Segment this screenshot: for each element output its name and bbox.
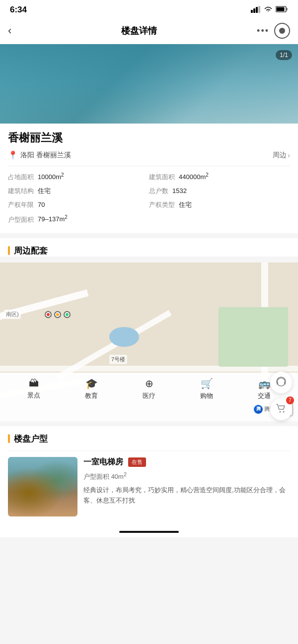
floorplan-title: 楼盘户型 bbox=[8, 433, 290, 445]
battery-icon bbox=[276, 5, 288, 14]
scenery-icon: 🏔 bbox=[29, 378, 39, 389]
medical-icon: ⊕ bbox=[145, 378, 153, 389]
detail-value: 79–137m2 bbox=[38, 214, 68, 223]
marker-dot bbox=[45, 311, 52, 318]
medical-label: 医疗 bbox=[143, 391, 155, 400]
map-btn-medical[interactable]: ⊕ 医疗 bbox=[143, 378, 155, 400]
map-container[interactable]: 7号楼 南区) 🏔 景点 🎓 教育 bbox=[0, 262, 298, 421]
detail-item: 产权年限 70 bbox=[8, 200, 149, 209]
floorplan-title-row: 一室电梯房 在售 bbox=[83, 457, 290, 467]
surrounding-section: 周边配套 bbox=[0, 238, 298, 257]
detail-item: 总户数 1532 bbox=[149, 187, 290, 195]
hero-badge: 1/1 bbox=[276, 50, 292, 60]
detail-item: 建筑面积 440000m2 bbox=[149, 172, 290, 182]
detail-value: 440000m2 bbox=[179, 172, 209, 181]
property-location: 📍 洛阳 香榭丽兰溪 周边 › bbox=[8, 150, 290, 166]
property-info: 香榭丽兰溪 📍 洛阳 香榭丽兰溪 周边 › 占地面积 10000m2 建筑面积 … bbox=[0, 124, 298, 233]
floorplan-area-label: 户型面积 bbox=[83, 473, 109, 480]
map-btn-scenery[interactable]: 🏔 景点 bbox=[27, 378, 40, 400]
map-btn-shopping[interactable]: 🛒 购物 bbox=[200, 378, 213, 400]
header-actions: ••• bbox=[250, 23, 290, 39]
signal-icon bbox=[251, 6, 261, 14]
more-button[interactable]: ••• bbox=[257, 26, 269, 36]
status-time: 6:34 bbox=[10, 5, 27, 15]
detail-label: 建筑面积 bbox=[149, 173, 175, 182]
svg-rect-0 bbox=[251, 10, 253, 13]
detail-label: 占地面积 bbox=[8, 173, 34, 182]
map-buttons: 🏔 景点 🎓 教育 ⊕ 医疗 🛒 购物 🚌 交通 bbox=[0, 378, 298, 400]
floorplan-area: 户型面积 40m2 bbox=[83, 471, 290, 481]
status-icons bbox=[251, 5, 288, 14]
detail-item: 户型面积 79–137m2 bbox=[8, 214, 290, 224]
svg-rect-3 bbox=[258, 6, 260, 13]
detail-label: 户型面积 bbox=[8, 215, 34, 224]
detail-item: 占地面积 10000m2 bbox=[8, 172, 149, 182]
surrounding-link[interactable]: 周边 › bbox=[273, 151, 290, 160]
area-label-left: 南区) bbox=[4, 310, 21, 319]
headset-button[interactable] bbox=[270, 372, 292, 393]
detail-label: 总户数 bbox=[149, 187, 168, 195]
tencent-icon: 腾 bbox=[254, 405, 263, 414]
location-left: 📍 洛阳 香榭丽兰溪 bbox=[8, 150, 71, 160]
detail-value: 10000m2 bbox=[38, 172, 64, 181]
surrounding-section-label: 周边配套 bbox=[14, 245, 48, 257]
svg-rect-8 bbox=[277, 382, 278, 385]
back-button[interactable]: ‹ bbox=[8, 24, 28, 37]
floorplan-image-inner bbox=[8, 457, 77, 516]
map-bottom-bar: 腾 腾讯 bbox=[0, 400, 298, 418]
floorplan-image bbox=[8, 457, 77, 516]
scenery-label: 景点 bbox=[27, 391, 40, 400]
marker-dot-2 bbox=[54, 311, 61, 318]
float-buttons: 7 bbox=[270, 372, 292, 421]
bottom-indicator bbox=[119, 531, 179, 533]
property-details: 占地面积 10000m2 建筑面积 440000m2 建筑结构 住宅 总户数 1… bbox=[8, 166, 290, 228]
transit-icon: 🚌 bbox=[258, 378, 271, 389]
location-text: 洛阳 香榭丽兰溪 bbox=[20, 151, 71, 160]
wifi-icon bbox=[264, 5, 273, 14]
property-name: 香榭丽兰溪 bbox=[8, 130, 290, 145]
section-bar-icon-2 bbox=[8, 434, 10, 443]
cart-button[interactable]: 7 bbox=[270, 398, 292, 420]
detail-value: 住宅 bbox=[179, 200, 192, 209]
location-pin-icon: 📍 bbox=[8, 150, 18, 160]
svg-rect-1 bbox=[253, 8, 255, 13]
transit-label: 交通 bbox=[258, 391, 271, 400]
svg-point-10 bbox=[280, 411, 281, 412]
surrounding-title: 周边配套 bbox=[8, 245, 290, 257]
building-label: 7号楼 bbox=[109, 355, 127, 364]
map-btn-education[interactable]: 🎓 教育 bbox=[85, 378, 98, 400]
header: ‹ 楼盘详情 ••• bbox=[0, 18, 298, 44]
floorplan-room-type: 一室电梯房 bbox=[83, 457, 123, 467]
detail-label: 产权类型 bbox=[149, 200, 175, 209]
svg-rect-5 bbox=[287, 8, 288, 10]
marker-dot-3 bbox=[64, 311, 71, 318]
cart-icon bbox=[276, 403, 287, 416]
floorplan-section-label: 楼盘户型 bbox=[14, 433, 48, 445]
map-overlay: 🏔 景点 🎓 教育 ⊕ 医疗 🛒 购物 🚌 交通 bbox=[0, 373, 298, 421]
hero-image: 1/1 bbox=[0, 44, 298, 124]
floorplan-status-badge: 在售 bbox=[128, 457, 146, 467]
status-bar: 6:34 bbox=[0, 0, 298, 18]
surrounding-label: 周边 bbox=[273, 151, 287, 160]
detail-label: 产权年限 bbox=[8, 200, 34, 209]
record-button[interactable] bbox=[274, 23, 290, 39]
floorplan-desc: 经典设计，布局考究，巧妙实用，精心营造空间阔度,功能区分合理，会客、休息互不打扰 bbox=[83, 485, 290, 506]
property-marker bbox=[45, 311, 71, 318]
section-bar-icon bbox=[8, 246, 10, 255]
floorplan-section: 楼盘户型 一室电梯房 在售 户型面积 40m2 经典设计，布局考究，巧妙实用，精… bbox=[0, 426, 298, 522]
shopping-label: 购物 bbox=[200, 391, 213, 400]
detail-value: 70 bbox=[38, 201, 45, 208]
detail-label: 建筑结构 bbox=[8, 187, 34, 195]
svg-rect-9 bbox=[284, 382, 286, 385]
education-label: 教育 bbox=[85, 391, 98, 400]
map-btn-transit[interactable]: 🚌 交通 bbox=[258, 378, 271, 400]
chevron-right-icon: › bbox=[288, 151, 290, 159]
floorplan-area-value: 40m2 bbox=[111, 473, 127, 480]
record-icon bbox=[279, 28, 285, 34]
detail-value: 1532 bbox=[172, 187, 187, 194]
floorplan-card[interactable]: 一室电梯房 在售 户型面积 40m2 经典设计，布局考究，巧妙实用，精心营造空间… bbox=[8, 451, 290, 522]
detail-item: 建筑结构 住宅 bbox=[8, 187, 149, 195]
shopping-icon: 🛒 bbox=[201, 378, 213, 389]
education-icon: 🎓 bbox=[85, 378, 98, 389]
section-separator bbox=[0, 233, 298, 238]
